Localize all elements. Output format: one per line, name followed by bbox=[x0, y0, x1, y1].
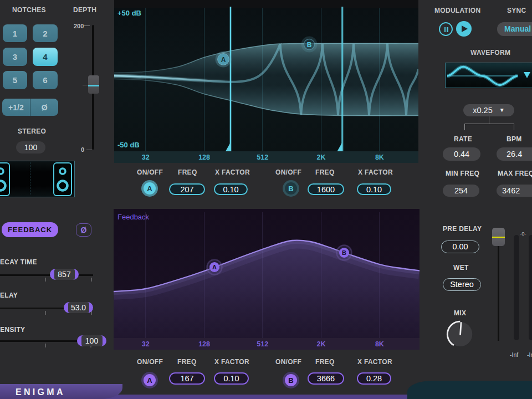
svg-text:-50 dB: -50 dB bbox=[117, 141, 140, 149]
svg-text:32: 32 bbox=[142, 154, 150, 161]
svg-text:B: B bbox=[342, 249, 346, 256]
svg-text:2K: 2K bbox=[317, 154, 326, 161]
svg-text:32: 32 bbox=[142, 340, 150, 348]
svg-text:128: 128 bbox=[198, 340, 210, 348]
svg-text:2K: 2K bbox=[317, 340, 326, 348]
svg-text:B: B bbox=[307, 41, 312, 49]
svg-text:Feedback: Feedback bbox=[117, 213, 150, 221]
svg-text:8K: 8K bbox=[375, 340, 384, 348]
svg-text:512: 512 bbox=[257, 340, 268, 348]
svg-text:+50 dB: +50 dB bbox=[117, 9, 141, 17]
svg-text:A: A bbox=[212, 264, 217, 270]
svg-text:A: A bbox=[221, 56, 226, 64]
svg-text:8K: 8K bbox=[375, 154, 384, 161]
svg-text:512: 512 bbox=[257, 154, 268, 161]
svg-text:128: 128 bbox=[198, 154, 210, 161]
